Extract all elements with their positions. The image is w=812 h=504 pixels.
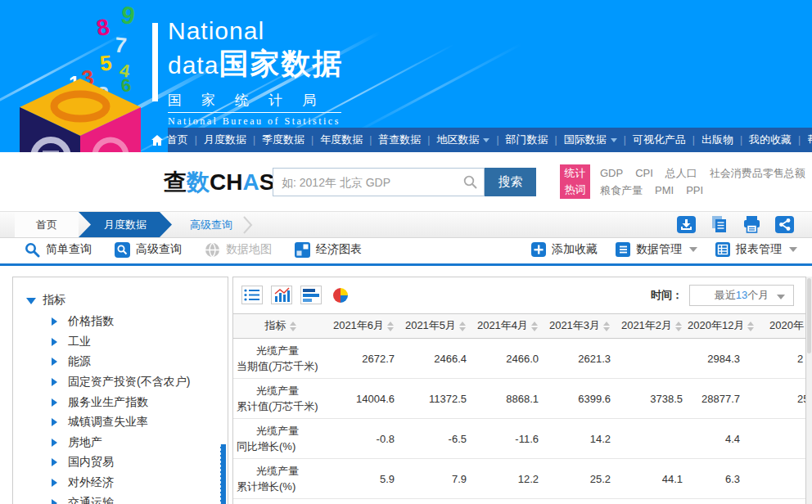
- col-header-2[interactable]: 2021年6月: [327, 314, 399, 339]
- col-header-label: 2021年6月: [333, 319, 384, 331]
- search-box: [273, 168, 485, 196]
- advanced-query-button[interactable]: 高级查询: [115, 242, 182, 258]
- time-range-value-part: 个月: [747, 289, 769, 301]
- col-header-7[interactable]: 2020年12月: [688, 314, 745, 339]
- nav-item-4[interactable]: 年度数据: [320, 133, 363, 147]
- view-bar-chart-icon[interactable]: [271, 286, 292, 304]
- col-header-label: 2021年5月: [405, 319, 456, 331]
- hot-word[interactable]: 粮食产量: [600, 183, 643, 198]
- logo-line2-en: data: [168, 52, 219, 79]
- list-square-icon: [616, 242, 630, 257]
- caret-right-icon: [52, 317, 61, 326]
- sidebar-item-3[interactable]: 能源: [26, 352, 228, 372]
- value-cell: 7.9: [399, 459, 471, 499]
- indicator-cell: 光缆产量同比增长(%): [233, 419, 327, 459]
- nav-item-3[interactable]: 季度数据: [262, 133, 304, 147]
- breadcrumb-active-tab[interactable]: 月度数据: [79, 212, 172, 237]
- add-favorite-button[interactable]: 添加收藏: [531, 242, 598, 257]
- value-cell: 6.3: [688, 459, 745, 499]
- col-header-3[interactable]: 2021年5月: [399, 314, 471, 339]
- sidebar-item-5[interactable]: 服务业生产指数: [26, 392, 228, 412]
- econ-charts-label: 经济图表: [316, 242, 362, 257]
- hot-badge-line2: 热词: [560, 182, 590, 198]
- simple-query-button[interactable]: 简单查询: [25, 242, 92, 258]
- nav-item-2[interactable]: 月度数据: [204, 133, 246, 147]
- nav-item-11[interactable]: 我的收藏: [749, 133, 792, 147]
- hot-word[interactable]: PPI: [686, 184, 703, 196]
- nav-item-1[interactable]: 首页: [151, 133, 188, 147]
- report-manage-button[interactable]: 报表管理: [715, 242, 797, 257]
- breadcrumb: 首页 月度数据 高级查询: [0, 211, 812, 238]
- nav-separator: |: [624, 134, 626, 146]
- share-icon[interactable]: [775, 216, 794, 233]
- sidebar-item-4[interactable]: 固定资产投资(不含农户): [26, 372, 228, 393]
- value-cell: 5.9: [327, 459, 399, 499]
- nav-item-7[interactable]: 部门数据: [506, 133, 548, 147]
- value-cell: [616, 419, 688, 459]
- nav-separator: |: [311, 134, 314, 146]
- data-map-button[interactable]: 数据地图: [205, 242, 272, 258]
- sidebar-item-1[interactable]: 价格指数: [26, 312, 228, 332]
- col-header-label: 2020年: [769, 319, 804, 331]
- nav-separator: |: [798, 134, 801, 146]
- nav-item-9[interactable]: 可视化产品: [633, 133, 686, 147]
- nav-item-8[interactable]: 国际数据: [564, 133, 617, 147]
- time-range-select[interactable]: 最近13个月: [689, 285, 794, 306]
- nav-separator: |: [555, 134, 557, 146]
- nav-separator: |: [740, 134, 742, 146]
- nav-item-10[interactable]: 出版物: [701, 133, 733, 147]
- logo-line2-cn: 国家数据: [219, 47, 343, 80]
- indicator-name-line2: 累计值(万芯千米): [237, 398, 327, 414]
- data-manage-button[interactable]: 数据管理: [616, 242, 697, 257]
- view-table-icon[interactable]: [241, 286, 263, 304]
- search-input[interactable]: [273, 168, 485, 196]
- nav-separator: |: [427, 134, 430, 146]
- sidebar-item-6[interactable]: 城镇调查失业率: [26, 412, 228, 433]
- download-icon[interactable]: [677, 216, 696, 233]
- sidebar-item-label: 工业: [68, 335, 91, 349]
- vertical-scrollbar[interactable]: [806, 277, 812, 504]
- hot-word[interactable]: PMI: [655, 184, 674, 196]
- nav-item-label: 月度数据: [204, 133, 246, 147]
- col-header-label: 2021年3月: [549, 319, 600, 331]
- nav-item-12[interactable]: 帮助: [807, 133, 812, 147]
- value-cell: 2466.0: [471, 339, 544, 379]
- sidebar-item-8[interactable]: 国内贸易: [26, 452, 228, 473]
- indicator-name-line1: 光缆产量: [237, 343, 327, 358]
- view-hbar-icon[interactable]: [300, 286, 322, 304]
- view-pie-icon[interactable]: [330, 286, 351, 304]
- table-square-icon: [715, 242, 730, 257]
- print-icon[interactable]: [742, 216, 761, 233]
- sidebar-item-7[interactable]: 房地产: [26, 433, 228, 453]
- value-cell: 25: [745, 379, 806, 419]
- scrollbar-thumb[interactable]: [807, 278, 811, 353]
- panel-splitter-handle[interactable]: [220, 444, 226, 504]
- data-table: 指标2021年6月2021年5月2021年4月2021年3月2021年2月202…: [233, 313, 806, 499]
- col-header-5[interactable]: 2021年3月: [544, 314, 616, 339]
- sort-arrows-icon: [290, 318, 296, 335]
- copy-documents-icon[interactable]: [710, 216, 729, 233]
- hot-word[interactable]: CPI: [635, 167, 653, 179]
- col-header-6[interactable]: 2021年2月: [616, 314, 688, 339]
- tree-root-indicator[interactable]: 指标: [26, 289, 228, 312]
- hot-word[interactable]: 总人口: [665, 166, 697, 181]
- hot-word[interactable]: GDP: [600, 167, 623, 179]
- bureau-underline: [168, 112, 341, 113]
- hot-word[interactable]: 社会消费品零售总额: [710, 166, 805, 181]
- breadcrumb-current-item[interactable]: 高级查询: [190, 212, 232, 237]
- sidebar-item-2[interactable]: 工业: [26, 332, 228, 353]
- col-header-1[interactable]: 指标: [233, 314, 327, 339]
- nav-item-6[interactable]: 地区数据: [436, 133, 489, 147]
- sidebar-item-9[interactable]: 对外经济: [26, 473, 228, 493]
- hot-badge-line1: 统计: [560, 165, 590, 182]
- sidebar-item-10[interactable]: 交通运输: [26, 493, 228, 504]
- breadcrumb-home-tab[interactable]: 首页: [15, 212, 79, 237]
- econ-charts-button[interactable]: 经济图表: [295, 242, 362, 258]
- search-button[interactable]: 搜索: [485, 168, 536, 196]
- value-cell: 6399.6: [544, 379, 616, 419]
- value-cell: -6.5: [399, 419, 471, 459]
- table-row: 光缆产量同比增长(%)-0.8-6.5-11.614.24.4: [233, 419, 806, 459]
- col-header-4[interactable]: 2021年4月: [471, 314, 544, 339]
- nav-item-5[interactable]: 普查数据: [378, 133, 421, 147]
- chevron-down-icon: [483, 138, 489, 146]
